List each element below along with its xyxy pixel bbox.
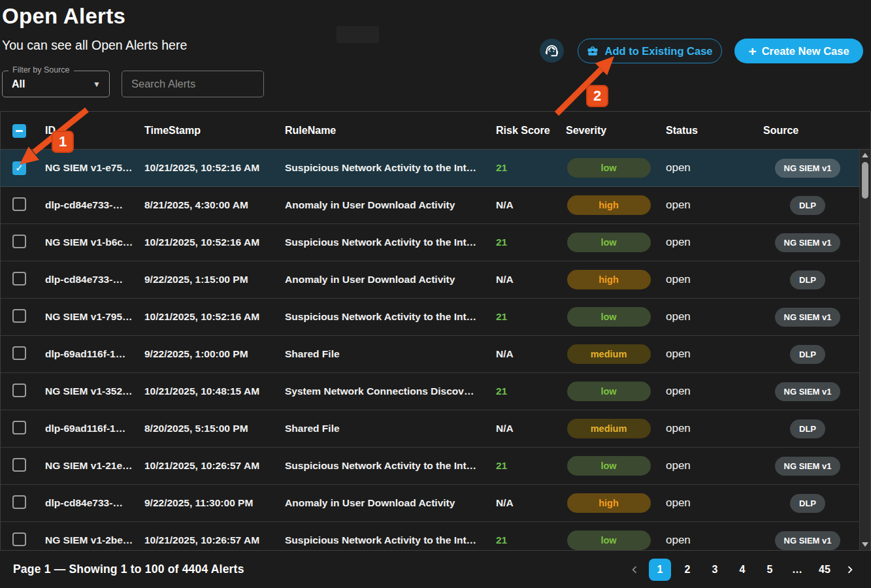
table-row[interactable]: NG SIEM v1-2be…10/21/2025, 10:26:57 AMSu… [1,522,870,551]
annotation-arrow-2 [557,69,601,114]
cell-risk-score: 21 [488,237,558,248]
plus-icon: + [748,44,756,58]
previous-page-button[interactable] [625,559,644,581]
filter-source-select[interactable]: Filter by Source All ▼ [2,71,110,97]
source-badge: NG SIEM v1 [775,531,841,550]
create-new-case-button[interactable]: + Create New Case [734,39,863,63]
table-row[interactable]: dlp-69ad116f-1…9/22/2025, 1:00:00 PMShar… [1,336,870,373]
pagination-page-45[interactable]: 45 [813,559,836,581]
table-row[interactable]: NG SIEM v1-21e…10/21/2025, 10:26:57 AMSu… [1,448,870,485]
table-row[interactable]: NG SIEM v1-352…10/21/2025, 10:48:15 AMSy… [1,373,870,410]
row-checkbox[interactable] [12,384,26,397]
pagination-page-2[interactable]: 2 [676,559,698,581]
column-header-id[interactable]: ID [37,125,137,137]
source-badge: NG SIEM v1 [775,233,841,252]
support-button[interactable] [540,39,564,63]
pagination-pages: 12345…45 [649,559,836,581]
pagination-page-3[interactable]: 3 [704,559,726,581]
cell-risk-score: N/A [488,497,558,509]
pagination-ellipsis[interactable]: … [786,559,808,581]
column-header-timestamp[interactable]: TimeStamp [137,125,277,137]
column-header-severity[interactable]: Severity [558,125,659,137]
cell-id: dlp-cd84e733-… [37,497,137,509]
severity-badge: high [567,493,651,513]
column-header-source[interactable]: Source [755,125,870,137]
pagination-page-1[interactable]: 1 [649,559,671,581]
cell-status: open [659,534,755,547]
cell-rulename: Anomaly in User Download Activity [277,497,488,509]
page-title: Open Alerts [2,4,125,29]
cell-status: open [659,497,755,510]
cell-id: NG SIEM v1-2be… [37,534,137,546]
source-badge: DLP [790,419,825,438]
pagination-page-4[interactable]: 4 [731,559,753,581]
cell-severity: low [558,158,659,178]
cell-severity: medium [558,419,659,438]
alerts-table: ID TimeStamp RuleName Risk Score Severit… [0,111,871,551]
cell-id: dlp-69ad116f-1… [37,423,137,434]
column-header-status[interactable]: Status [659,125,755,137]
table-row[interactable]: dlp-cd84e733-…8/21/2025, 4:30:00 AMAnoma… [1,187,870,224]
row-checkbox[interactable] [12,272,26,286]
cell-source: NG SIEM v1 [755,457,870,476]
severity-badge: medium [567,344,651,364]
table-body: ✓NG SIEM v1-e75…10/21/2025, 10:52:16 AMS… [1,150,870,551]
source-badge: NG SIEM v1 [775,308,841,327]
table-row[interactable]: dlp-cd84e733-…9/22/2025, 11:30:00 PMAnom… [1,485,870,522]
vertical-scrollbar[interactable] [859,150,870,550]
source-badge: NG SIEM v1 [775,382,841,401]
severity-badge: medium [567,419,651,438]
search-input[interactable] [122,71,264,97]
row-checkbox[interactable] [12,421,26,434]
pagination: 12345…45 [625,559,859,581]
pagination-page-5[interactable]: 5 [759,559,781,581]
row-checkbox[interactable] [12,235,26,248]
cell-source: NG SIEM v1 [755,233,870,252]
row-checkbox[interactable] [12,346,26,360]
table-row[interactable]: NG SIEM v1-b6c…10/21/2025, 10:52:16 AMSu… [1,224,870,261]
scrollbar-thumb[interactable] [862,162,868,199]
cell-timestamp: 10/21/2025, 10:26:57 AM [137,534,277,546]
row-checkbox[interactable] [12,197,26,211]
cell-status: open [659,348,755,361]
add-to-existing-case-label: Add to Existing Case [604,45,712,57]
next-page-button[interactable] [841,559,859,581]
table-row[interactable]: NG SIEM v1-795…10/21/2025, 10:52:16 AMSu… [1,299,870,336]
column-header-rulename[interactable]: RuleName [277,125,488,137]
cell-source: NG SIEM v1 [755,308,870,327]
cell-risk-score: N/A [488,274,558,286]
row-checkbox[interactable]: ✓ [12,161,26,175]
cell-severity: low [558,307,659,327]
table-row[interactable]: dlp-cd84e733-…9/22/2025, 1:15:00 PMAnoma… [1,261,870,299]
severity-badge: low [567,158,651,178]
cell-source: DLP [755,196,870,215]
cell-timestamp: 9/22/2025, 11:30:00 PM [137,497,277,509]
cell-rulename: Shared File [277,423,488,434]
row-checkbox[interactable] [12,309,26,323]
add-to-existing-case-button[interactable]: Add to Existing Case [578,39,722,63]
filter-source-value: All [12,78,25,90]
cell-source: DLP [755,494,870,513]
row-checkbox[interactable] [12,495,26,509]
cell-risk-score: 21 [488,385,558,397]
scroll-down-icon[interactable] [862,542,868,547]
cell-rulename: Suspicious Network Activity to the Int… [277,460,488,472]
cell-risk-score: N/A [488,199,558,211]
cell-severity: high [558,195,659,215]
column-header-risk-score[interactable]: Risk Score [488,125,558,137]
table-row[interactable]: ✓NG SIEM v1-e75…10/21/2025, 10:52:16 AMS… [1,150,870,187]
filter-source-label: Filter by Source [8,65,74,74]
row-checkbox[interactable] [12,458,26,472]
cell-severity: medium [558,344,659,364]
cell-severity: low [558,382,659,401]
cell-source: DLP [755,270,870,289]
table-row[interactable]: dlp-69ad116f-1…8/20/2025, 5:15:00 PMShar… [1,410,870,448]
select-all-checkbox[interactable] [12,124,26,138]
cell-id: dlp-69ad116f-1… [37,348,137,360]
cell-severity: high [558,493,659,513]
row-checkbox[interactable] [12,532,26,546]
cell-rulename: Suspicious Network Activity to the Int… [277,311,488,323]
scroll-up-icon[interactable] [862,153,868,157]
annotation-step-2-badge: 2 [586,85,608,107]
cell-rulename: Suspicious Network Activity to the Int… [277,162,488,174]
